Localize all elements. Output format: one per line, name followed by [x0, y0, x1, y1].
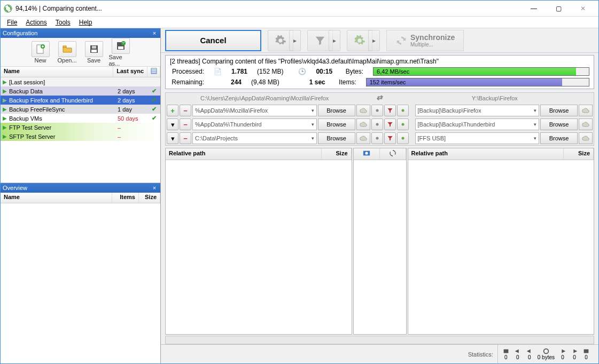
- svg-point-18: [365, 152, 368, 154]
- col-status-icon[interactable]: [147, 67, 160, 77]
- config-list[interactable]: ▶[Last session] ▶Backup Data2 days✔ ▶Bac…: [1, 77, 160, 183]
- right-file-list[interactable]: [408, 160, 594, 334]
- save-config-button[interactable]: Save: [82, 41, 106, 64]
- pair-dropdown-button[interactable]: ▾: [167, 118, 178, 130]
- right-path-input[interactable]: [FFS USB]: [415, 132, 540, 144]
- col-name[interactable]: Name: [1, 193, 112, 203]
- synchronize-button[interactable]: Synchronize Multiple...: [386, 30, 464, 51]
- browse-left-button[interactable]: Browse: [318, 118, 355, 130]
- config-row[interactable]: ▶Backup VMs50 days✔: [1, 114, 160, 123]
- cloud-right-button[interactable]: [579, 118, 593, 130]
- menu-actions[interactable]: Actions: [21, 18, 51, 27]
- cloud-left-button[interactable]: [356, 118, 370, 130]
- saveas-config-button[interactable]: Save as...: [109, 38, 133, 67]
- remaining-size: (9,48 MB): [251, 78, 279, 86]
- cloud-left-button[interactable]: [356, 105, 370, 116]
- add-pair-button[interactable]: +: [167, 105, 178, 116]
- config-row[interactable]: ▶Backup Firefox and Thunderbird2 days✔: [1, 96, 160, 105]
- pair-compare-button[interactable]: [371, 132, 383, 144]
- remaining-label: Remaining:: [170, 78, 204, 86]
- col-items[interactable]: Items: [112, 193, 139, 203]
- cloud-right-button[interactable]: [579, 105, 593, 116]
- col-size[interactable]: Size: [564, 148, 594, 160]
- browse-right-button[interactable]: Browse: [540, 118, 578, 130]
- new-config-button[interactable]: New: [29, 41, 52, 64]
- overview-close-icon[interactable]: ×: [151, 185, 158, 191]
- menu-file[interactable]: File: [3, 18, 21, 27]
- remaining-count: 244: [231, 78, 242, 86]
- col-size[interactable]: Size: [322, 148, 352, 160]
- cloud-left-button[interactable]: [356, 132, 370, 144]
- overview-title: Overview: [3, 185, 27, 191]
- remove-pair-button[interactable]: −: [180, 118, 191, 130]
- cancel-button[interactable]: Cancel: [165, 30, 261, 51]
- minimize-button[interactable]: —: [522, 1, 546, 17]
- cloud-right-button[interactable]: [579, 132, 593, 144]
- overview-list: [1, 203, 160, 363]
- pair-filter-button[interactable]: [384, 132, 396, 144]
- right-pane: Cancel ▸ ▸ ▸ Synchronize Mul: [161, 28, 598, 363]
- close-button[interactable]: ✕: [571, 1, 595, 17]
- stat-delete-right: 0: [582, 348, 590, 360]
- stat-update-left: 0: [514, 348, 522, 360]
- config-toolbar: New Open... Save Save as...: [1, 38, 160, 67]
- col-relpath[interactable]: Relative path: [408, 148, 564, 160]
- horizontal-scrollbar[interactable]: [165, 336, 594, 344]
- swap-icon[interactable]: [376, 94, 384, 101]
- right-path-input[interactable]: [Backup]\Backup\Firefox: [415, 105, 540, 116]
- pair-sync-button[interactable]: [397, 132, 409, 144]
- svg-point-16: [401, 137, 404, 140]
- right-path-input[interactable]: [Backup]\Backup\Thunderbird: [415, 118, 540, 130]
- overview-table-header: Name Items Size: [1, 193, 160, 203]
- open-config-button[interactable]: Open...: [56, 41, 79, 64]
- stat-bytes: 0 bytes: [538, 348, 555, 360]
- col-size[interactable]: Size: [139, 193, 160, 203]
- filter-dropdown-button[interactable]: ▸: [329, 30, 340, 51]
- left-sidebar: Configuration × New Open... Save Save as…: [1, 28, 161, 363]
- action-list[interactable]: [354, 160, 406, 334]
- folder-pair-row: +−%AppData%\Mozilla\FirefoxBrowse[Backup…: [166, 104, 594, 117]
- sync-dropdown-button[interactable]: ▸: [368, 30, 380, 51]
- config-row[interactable]: ▶Backup FreeFileSync1 day✔: [1, 105, 160, 114]
- left-path-input[interactable]: C:\Data\Projects: [192, 132, 317, 144]
- remove-pair-button[interactable]: −: [180, 105, 191, 116]
- config-row[interactable]: ▶FTP Test Server–: [1, 123, 160, 132]
- synchronize-label: Synchronize: [410, 33, 455, 42]
- pair-compare-button[interactable]: [371, 105, 383, 116]
- browse-left-button[interactable]: Browse: [318, 105, 355, 116]
- pair-compare-button[interactable]: [371, 118, 383, 130]
- left-base-path: C:\Users\Zenju\AppData\Roaming\Mozilla\F…: [166, 95, 364, 101]
- left-path-input[interactable]: %AppData%\Mozilla\Firefox: [192, 105, 317, 116]
- overview-header: Overview ×: [1, 183, 160, 193]
- config-row[interactable]: ▶[Last session]: [1, 77, 160, 86]
- sync-icon: [395, 35, 407, 46]
- stat-update-right: 0: [571, 348, 578, 360]
- pair-filter-button[interactable]: [384, 105, 396, 116]
- left-path-input[interactable]: %AppData%\Thunderbird: [192, 118, 317, 130]
- browse-left-button[interactable]: Browse: [318, 132, 355, 144]
- browse-right-button[interactable]: Browse: [540, 105, 578, 116]
- col-lastsync[interactable]: Last sync: [113, 67, 147, 77]
- maximize-button[interactable]: ▢: [546, 1, 571, 17]
- compare-dropdown-button[interactable]: ▸: [289, 30, 301, 51]
- pair-dropdown-button[interactable]: ▾: [167, 132, 178, 144]
- browse-right-button[interactable]: Browse: [540, 132, 578, 144]
- col-name[interactable]: Name: [1, 67, 113, 77]
- left-file-list[interactable]: [166, 160, 352, 334]
- remove-pair-button[interactable]: −: [180, 132, 191, 144]
- pair-sync-button[interactable]: [397, 105, 409, 116]
- pair-filter-button[interactable]: [384, 118, 396, 130]
- config-row[interactable]: ▶SFTP Test Server–: [1, 132, 160, 141]
- col-relpath[interactable]: Relative path: [166, 148, 322, 160]
- status-line: [2 threads] Comparing content of files "…: [170, 58, 589, 65]
- config-row[interactable]: ▶Backup Data2 days✔: [1, 86, 160, 96]
- view-category-icon[interactable]: [354, 148, 380, 160]
- menu-help[interactable]: Help: [75, 18, 97, 27]
- configuration-close-icon[interactable]: ×: [151, 30, 158, 36]
- folder-pair-row: ▾−%AppData%\ThunderbirdBrowse[Backup]\Ba…: [166, 117, 594, 131]
- app-window: 94,14% | Comparing content... — ▢ ✕ File…: [0, 0, 599, 364]
- refresh-icon[interactable]: [380, 148, 406, 160]
- svg-point-11: [376, 109, 378, 112]
- pair-sync-button[interactable]: [397, 118, 409, 130]
- menu-tools[interactable]: Tools: [51, 18, 75, 27]
